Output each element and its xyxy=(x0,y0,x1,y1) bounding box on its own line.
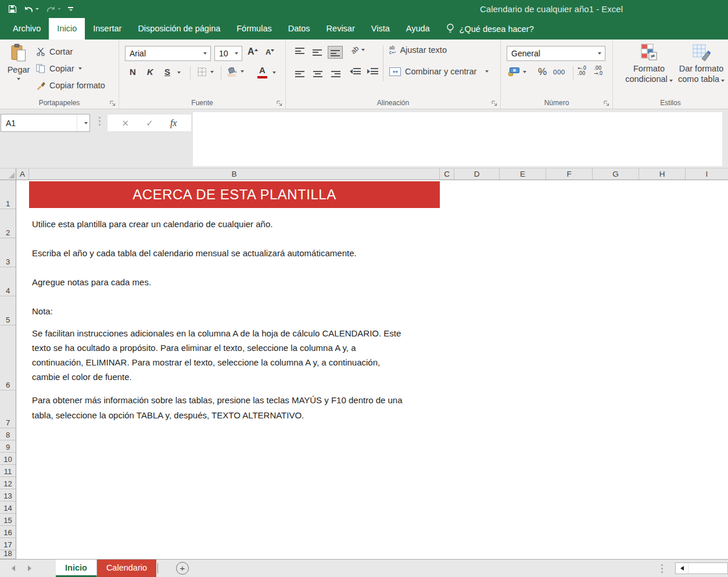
comma-style-button[interactable]: 000 xyxy=(553,69,565,76)
font-size-dropdown-icon[interactable] xyxy=(235,52,238,55)
row-header[interactable]: 2 xyxy=(0,209,16,238)
bold-button[interactable]: N xyxy=(130,67,136,77)
clipboard-dialog-launcher-icon[interactable] xyxy=(110,101,116,106)
tell-me-search[interactable]: ¿Qué desea hacer? xyxy=(446,18,534,40)
decrease-indent-button[interactable] xyxy=(350,68,361,74)
previous-sheet-icon[interactable] xyxy=(12,565,15,571)
conditional-formatting-dropdown-icon[interactable] xyxy=(669,80,673,82)
row-header[interactable]: 14 xyxy=(0,501,16,514)
number-dialog-launcher-icon[interactable] xyxy=(604,101,609,106)
tab-insertar[interactable]: Insertar xyxy=(85,18,130,40)
number-format-select[interactable]: General xyxy=(507,46,605,61)
tab-revisar[interactable]: Revisar xyxy=(318,18,363,40)
row-header[interactable]: 6 xyxy=(0,325,16,390)
row-header[interactable]: 18 xyxy=(0,550,16,559)
format-as-table-button[interactable]: Dar formato como tabla xyxy=(676,44,727,84)
decrease-decimal-button[interactable]: .00 →.0 xyxy=(594,66,603,76)
redo-dropdown-icon[interactable] xyxy=(58,8,61,10)
column-header-d[interactable]: D xyxy=(454,169,500,180)
copy-dropdown-icon[interactable] xyxy=(78,67,82,70)
column-header-h[interactable]: H xyxy=(639,169,686,180)
format-as-table-dropdown-icon[interactable] xyxy=(721,80,725,82)
column-header-g[interactable]: G xyxy=(593,169,639,180)
increase-decimal-button[interactable]: ←.0 .00 xyxy=(578,66,586,76)
column-header-f[interactable]: F xyxy=(546,169,593,180)
align-center-button[interactable] xyxy=(310,67,325,80)
scroll-left-icon[interactable] xyxy=(676,563,688,574)
format-painter-button[interactable]: Copiar formato xyxy=(36,79,105,92)
row-header[interactable]: 3 xyxy=(0,238,16,267)
align-middle-button[interactable] xyxy=(310,46,325,59)
font-color-button[interactable]: A xyxy=(257,65,267,78)
font-dialog-launcher-icon[interactable] xyxy=(277,101,282,106)
cut-button[interactable]: Cortar xyxy=(36,45,73,58)
accounting-format-button[interactable] xyxy=(508,67,526,77)
tab-vista[interactable]: Vista xyxy=(363,18,398,40)
paste-button[interactable]: Pegar xyxy=(5,44,33,98)
undo-dropdown-icon[interactable] xyxy=(35,8,39,10)
fill-color-button[interactable] xyxy=(227,66,244,77)
paste-dropdown-icon[interactable] xyxy=(17,78,20,80)
tab-bar-resize-handle[interactable] xyxy=(661,564,663,573)
alignment-dialog-launcher-icon[interactable] xyxy=(492,101,497,106)
template-title-banner[interactable]: ACERCA DE ESTA PLANTILLA xyxy=(29,181,440,208)
align-top-button[interactable] xyxy=(293,46,308,59)
conditional-formatting-button[interactable]: ≠ Formato condicional xyxy=(623,44,675,84)
align-bottom-button[interactable] xyxy=(328,46,343,59)
save-icon[interactable] xyxy=(8,5,17,13)
redo-icon[interactable] xyxy=(46,5,61,13)
tab-ayuda[interactable]: Ayuda xyxy=(398,18,438,40)
column-header-i[interactable]: I xyxy=(686,169,728,180)
next-sheet-icon[interactable] xyxy=(28,565,31,571)
wrap-text-button[interactable]: ab c↩ Ajustar texto xyxy=(389,45,447,55)
row-header[interactable]: 4 xyxy=(0,267,16,296)
formula-input[interactable] xyxy=(193,112,722,166)
font-color-dropdown-icon[interactable] xyxy=(272,71,276,74)
tab-inicio[interactable]: Inicio xyxy=(49,18,85,40)
tab-disposicion[interactable]: Disposición de página xyxy=(130,18,228,40)
cancel-icon[interactable]: × xyxy=(122,118,130,128)
orientation-button[interactable]: ab xyxy=(351,46,365,54)
column-header-c[interactable]: C xyxy=(440,169,454,180)
name-box-dropdown-icon[interactable] xyxy=(77,114,89,131)
orientation-dropdown-icon[interactable] xyxy=(361,49,365,51)
horizontal-scrollbar[interactable] xyxy=(675,562,728,574)
undo-icon[interactable] xyxy=(24,5,39,13)
font-size-select[interactable]: 10 xyxy=(214,46,242,61)
increase-indent-button[interactable] xyxy=(367,68,378,74)
row-header[interactable]: 1 xyxy=(0,180,16,209)
sheet-tab-calendario[interactable]: Calendario xyxy=(97,560,156,577)
underline-dropdown-icon[interactable] xyxy=(177,71,181,74)
row-header[interactable]: 16 xyxy=(0,526,16,538)
percent-style-button[interactable]: % xyxy=(538,66,547,78)
font-name-select[interactable]: Arial xyxy=(125,46,211,61)
merge-center-dropdown-icon[interactable] xyxy=(485,70,489,73)
font-name-dropdown-icon[interactable] xyxy=(203,52,207,55)
accounting-dropdown-icon[interactable] xyxy=(523,71,526,73)
italic-button[interactable]: K xyxy=(147,67,153,77)
merge-center-button[interactable]: ↔ Combinar y centrar xyxy=(389,67,489,76)
enter-icon[interactable]: ✓ xyxy=(146,118,153,128)
insert-function-icon[interactable]: fx xyxy=(170,118,177,128)
grow-font-button[interactable]: A xyxy=(248,46,258,57)
row-header[interactable]: 8 xyxy=(0,428,16,440)
borders-dropdown-icon[interactable] xyxy=(210,71,214,73)
select-all-corner[interactable] xyxy=(0,169,16,180)
formula-bar-resize-handle[interactable] xyxy=(99,117,101,126)
row-header[interactable]: 10 xyxy=(0,453,16,465)
name-box[interactable]: A1 xyxy=(1,114,90,132)
tab-datos[interactable]: Datos xyxy=(280,18,318,40)
align-left-button[interactable] xyxy=(293,67,308,80)
row-header[interactable]: 15 xyxy=(0,514,16,526)
column-header-e[interactable]: E xyxy=(500,169,546,180)
row-header[interactable]: 13 xyxy=(0,489,16,501)
tab-archivo[interactable]: Archivo xyxy=(5,18,49,40)
column-header-b[interactable]: B xyxy=(29,169,440,180)
row-header[interactable]: 11 xyxy=(0,465,16,477)
borders-button[interactable] xyxy=(198,67,214,77)
row-header[interactable]: 9 xyxy=(0,440,16,453)
shrink-font-button[interactable]: A xyxy=(266,48,274,56)
row-header[interactable]: 17 xyxy=(0,538,16,550)
column-header-a[interactable]: A xyxy=(16,169,29,180)
row-header[interactable]: 7 xyxy=(0,390,16,428)
